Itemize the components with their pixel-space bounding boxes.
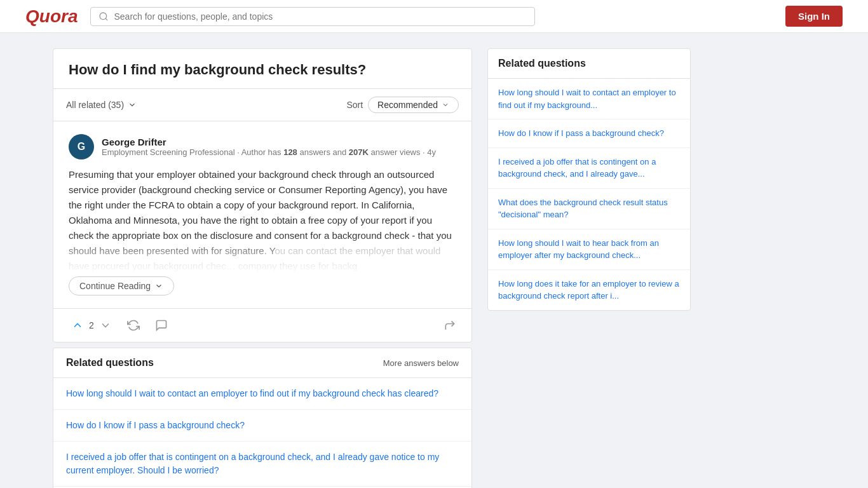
- question-card: How do I find my background check result…: [53, 48, 472, 342]
- chevron-down-icon: [442, 101, 449, 109]
- related-link-3[interactable]: I received a job offer that is contingen…: [53, 442, 471, 487]
- sidebar-card: Related questions How long should I wait…: [487, 48, 691, 311]
- author-info: George Drifter Employment Screening Prof…: [102, 137, 436, 157]
- upvote-count: 2: [89, 320, 94, 330]
- author-meta: Employment Screening Professional · Auth…: [102, 147, 436, 157]
- upvote-icon: [71, 319, 84, 332]
- upvote-button[interactable]: [69, 316, 86, 334]
- chevron-down-icon: [154, 281, 163, 290]
- share-icon: [444, 319, 456, 332]
- sidebar-link-4[interactable]: What does the background check result st…: [488, 189, 690, 229]
- sidebar-link-3[interactable]: I received a job offer that is contingen…: [488, 148, 690, 189]
- related-link-1[interactable]: How long should I wait to contact an emp…: [53, 378, 471, 410]
- answer-block: G George Drifter Employment Screening Pr…: [53, 121, 471, 309]
- downvote-button[interactable]: [97, 316, 114, 334]
- downvote-icon: [99, 319, 112, 332]
- search-input[interactable]: [114, 11, 527, 22]
- sidebar: Related questions How long should I wait…: [487, 48, 691, 488]
- vote-bar: 2: [53, 309, 471, 342]
- related-link-2[interactable]: How do I know if I pass a background che…: [53, 410, 471, 442]
- all-related-dropdown[interactable]: All related (35): [66, 100, 137, 110]
- author-name[interactable]: George Drifter: [102, 137, 436, 147]
- repost-button[interactable]: [125, 316, 142, 334]
- filter-bar: All related (35) Sort Recommended: [53, 89, 471, 121]
- fade-overlay: [69, 236, 456, 274]
- search-icon: [98, 11, 109, 22]
- related-questions-inline: Related questions More answers below How…: [53, 348, 472, 488]
- header: Quora Sign In: [0, 0, 868, 33]
- related-inline-header: Related questions More answers below: [53, 348, 471, 378]
- more-answers-label: More answers below: [383, 358, 459, 368]
- answer-text-wrapper: Presuming that your employer obtained yo…: [69, 167, 456, 274]
- vote-group: 2: [69, 316, 114, 334]
- search-bar: [90, 7, 535, 26]
- svg-line-1: [106, 18, 108, 20]
- comment-button[interactable]: [153, 316, 170, 334]
- avatar: G: [69, 134, 94, 159]
- related-questions-inline-title: Related questions: [66, 357, 154, 369]
- continue-reading-button[interactable]: Continue Reading: [69, 276, 174, 295]
- sidebar-link-2[interactable]: How do I know if I pass a background che…: [488, 119, 690, 148]
- page-wrapper: How do I find my background check result…: [27, 33, 841, 488]
- share-button[interactable]: [444, 319, 456, 332]
- svg-point-0: [100, 13, 107, 20]
- sidebar-link-6[interactable]: How long does it take for an employer to…: [488, 270, 690, 310]
- comment-icon: [155, 319, 168, 332]
- page-title: How do I find my background check result…: [53, 49, 471, 89]
- sort-dropdown[interactable]: Recommended: [368, 97, 459, 113]
- sidebar-link-1[interactable]: How long should I wait to contact an emp…: [488, 79, 690, 119]
- sidebar-title: Related questions: [488, 49, 690, 79]
- sort-area: Sort Recommended: [346, 97, 459, 113]
- sign-in-button[interactable]: Sign In: [785, 6, 843, 27]
- chevron-down-icon: [128, 100, 137, 109]
- sidebar-link-5[interactable]: How long should I wait to hear back from…: [488, 229, 690, 270]
- quora-logo[interactable]: Quora: [25, 6, 78, 27]
- author-row: G George Drifter Employment Screening Pr…: [69, 134, 456, 159]
- repost-icon: [127, 319, 140, 332]
- main-content: How do I find my background check result…: [53, 48, 472, 488]
